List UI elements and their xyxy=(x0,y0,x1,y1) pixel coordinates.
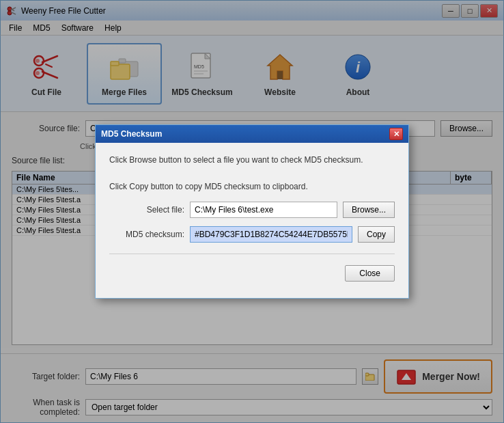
modal-buttons: Close xyxy=(109,265,395,287)
modal-hint-line2: Click Copy button to copy MD5 checksum t… xyxy=(109,182,308,191)
modal-close-button[interactable]: Close xyxy=(345,265,395,282)
select-file-row: Select file: Browse... xyxy=(109,202,395,218)
copy-button[interactable]: Copy xyxy=(358,226,395,243)
modal-content: Click Browse button to select a file you… xyxy=(96,143,408,298)
modal-titlebar: MD5 Checksum ✕ xyxy=(96,125,408,143)
modal-title: MD5 Checksum xyxy=(101,129,389,139)
select-file-input[interactable] xyxy=(190,202,337,218)
md5-checksum-label: MD5 checksum: xyxy=(109,230,184,239)
md5-checksum-input[interactable] xyxy=(190,226,352,243)
md5-checksum-row: MD5 checksum: Copy xyxy=(109,226,395,243)
modal-hint-line1: Click Browse button to select a file you… xyxy=(109,155,363,165)
modal-separator xyxy=(109,254,395,254)
modal-hint: Click Browse button to select a file you… xyxy=(109,154,395,193)
modal-overlay: MD5 Checksum ✕ Click Browse button to se… xyxy=(0,0,504,423)
select-file-label: Select file: xyxy=(109,205,184,215)
select-file-browse-button[interactable]: Browse... xyxy=(343,202,395,218)
md5-modal: MD5 Checksum ✕ Click Browse button to se… xyxy=(95,124,409,299)
modal-close-x-button[interactable]: ✕ xyxy=(389,128,403,140)
